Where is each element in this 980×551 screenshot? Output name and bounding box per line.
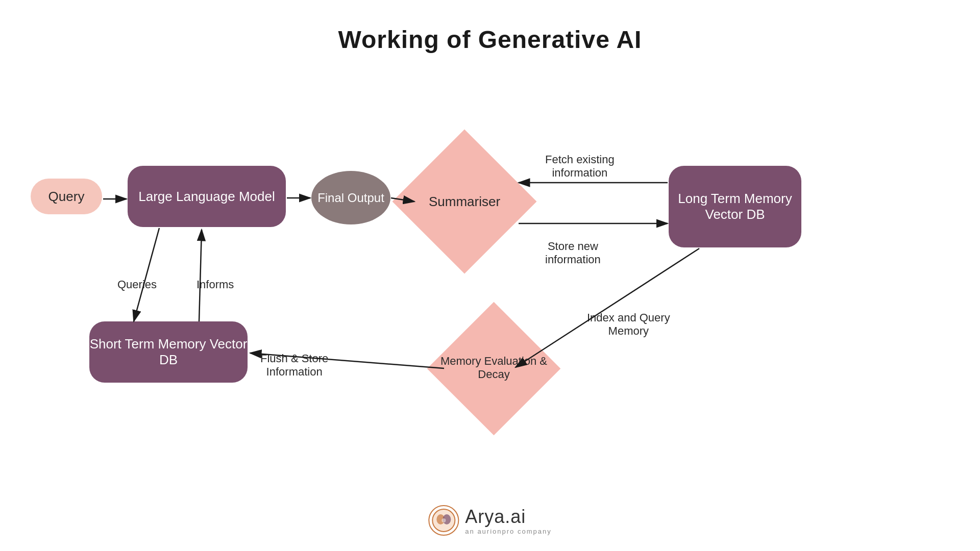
label-fetch: Fetch existinginformation: [545, 153, 615, 180]
svg-line-4: [134, 228, 159, 321]
logo-area: Arya.ai an aurionpro company: [428, 505, 551, 536]
node-stm: Short Term Memory Vector DB: [89, 321, 248, 383]
svg-line-5: [199, 230, 202, 321]
node-query: Query: [31, 179, 102, 214]
node-final-output: Final Output: [311, 171, 390, 224]
label-queries: Queries: [117, 278, 157, 291]
node-llm: Large Language Model: [128, 166, 286, 227]
label-flush: Flush & StoreInformation: [260, 352, 328, 379]
node-med-label: Memory Evaluation & Decay: [436, 320, 551, 415]
label-store: Store newinformation: [545, 240, 601, 266]
node-ltm: Long Term Memory Vector DB: [669, 166, 801, 247]
logo-icon: [428, 505, 459, 536]
page-title: Working of Generative AI: [0, 0, 980, 54]
logo-subtitle: an aurionpro company: [465, 528, 551, 535]
label-informs: Informs: [197, 278, 234, 291]
svg-point-13: [442, 518, 446, 522]
node-summariser-label: Summariser: [413, 151, 516, 253]
logo-name: Arya.ai: [465, 506, 551, 528]
logo-text-area: Arya.ai an aurionpro company: [465, 506, 551, 535]
label-index: Index and QueryMemory: [587, 311, 670, 338]
diagram-area: Query Large Language Model Final Output …: [0, 71, 980, 510]
